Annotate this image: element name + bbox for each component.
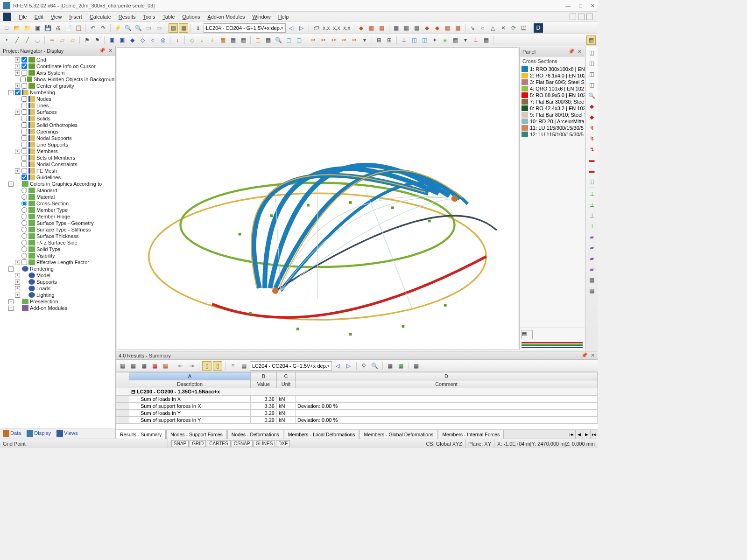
clip4-icon[interactable]: ✂ [339,35,349,45]
clip5-icon[interactable]: ✂ [350,35,359,45]
clip-icon[interactable]: ✂ [309,35,318,45]
tree-preselection[interactable]: +Preselection [0,298,115,305]
tree-show-hidden-objects-in-backgroun[interactable]: Show Hidden Objects in Backgroun [0,76,115,83]
rt-calc-icon[interactable]: ▦ [412,361,421,371]
tree-material[interactable]: Material [0,194,115,200]
model-data3-icon[interactable]: ▦ [377,23,387,33]
tool-d-icon[interactable]: ▦ [453,23,463,33]
toggle-xxx-icon[interactable]: x,x [322,23,331,33]
tree-model[interactable]: +Model [0,272,115,279]
nav-tab-display[interactable]: Display [27,430,51,437]
grid2-icon[interactable]: ▦ [402,23,411,33]
tab-nav-arrow[interactable]: ◀ [575,430,583,439]
cross-section-item[interactable]: 9: Flat Bar 80/10; Steel S [520,112,585,118]
toggle-nav-icon[interactable]: ▤ [169,23,178,33]
info-icon[interactable]: ℹ [193,23,203,33]
tool-a-icon[interactable]: ◆ [423,23,432,33]
col-comment[interactable]: Comment [296,380,598,388]
grid-icon[interactable]: ▦ [392,23,401,33]
menu-options[interactable]: Options [178,13,204,21]
tree-nodes[interactable]: Nodes [0,96,115,102]
pan-icon[interactable]: ▭ [154,23,163,33]
vt-f-icon[interactable]: ▬ [587,155,597,165]
cross-section-item[interactable]: 11: LU 115/300/15/30/5 [520,125,585,131]
col-A[interactable]: A [129,372,251,380]
tool-i-icon[interactable]: ⊥ [471,35,480,45]
cube2-icon[interactable]: ◫ [420,35,429,45]
support4-icon[interactable]: ◇ [138,35,147,45]
refresh-icon[interactable]: ⟳ [509,23,518,33]
toggle-xxx3-icon[interactable]: x,x [342,23,352,33]
col-B[interactable]: B [251,372,277,380]
vt-k-icon[interactable]: ⊥ [587,211,597,220]
tree-effective-length-factor[interactable]: +Effective Length Factor [0,259,115,266]
nav-tab-views[interactable]: Views [56,430,78,437]
spring2-icon[interactable]: ⫰ [208,35,217,45]
member-icon[interactable]: ━ [47,35,56,45]
vt-j-icon[interactable]: ⊥ [587,200,597,210]
node-icon[interactable]: • [2,35,11,45]
scale-icon[interactable]: ✕ [499,23,508,33]
close-panel-icon[interactable]: ✕ [108,48,113,54]
tree-surface-type-stiffness[interactable]: Surface Type - Stiffness [0,226,115,233]
cross-section-item[interactable]: 1: RRO 300x100x8 | EN [520,66,585,72]
spring3-icon[interactable]: ▦ [218,35,227,45]
cross-section-item[interactable]: 12: LU 115/100/15/30/5 [520,131,585,138]
vt-a-icon[interactable]: ◆ [587,102,597,111]
rt-j-icon[interactable]: ▦ [386,361,395,371]
close-doc-icon[interactable]: ▣ [33,23,42,33]
tree-cross-section[interactable]: Cross-Section [0,200,115,207]
vt-g-icon[interactable]: ▬ [587,166,597,175]
next-lc-icon[interactable]: ▷ [297,23,306,33]
mdi-restore-button[interactable] [578,14,585,20]
rt-filter-icon[interactable]: ⚲ [359,361,369,371]
cross-section-item[interactable]: 4: QRO 100x6 | EN 1021 [520,85,585,92]
navigator-tree[interactable]: +Grid+Coordinate Info on Cursor+Axis Sys… [0,56,115,428]
rt-c-icon[interactable]: ▦ [139,361,148,371]
menu-tools[interactable]: Tools [139,13,159,21]
surface2-icon[interactable]: ▱ [68,35,77,45]
rt-prev-lc-icon[interactable]: ◁ [333,361,343,371]
tree-numbering[interactable]: -Numbering [0,89,115,96]
tree-colors-in-graphics-according-to[interactable]: -Colors in Graphics According to [0,181,115,187]
zoom-all-icon[interactable]: ▭ [144,23,153,33]
box-icon[interactable]: ▢ [284,35,293,45]
view2-icon[interactable]: ⊞ [385,35,394,45]
nav-tab-data[interactable]: Data [3,430,21,437]
pin-icon[interactable]: 📌 [581,352,588,358]
box2-icon[interactable]: ▢ [294,35,303,45]
help-icon[interactable]: 🕮 [519,23,529,33]
rt-h-icon[interactable]: ≡ [228,361,238,371]
vt-front-icon[interactable]: ◫ [587,70,597,79]
maximize-button[interactable]: □ [579,3,582,9]
tab-nav-arrow[interactable]: ⏭ [590,430,598,439]
support2-icon[interactable]: ▣ [117,35,127,45]
snap-snap[interactable]: SNAP [171,440,189,447]
tree-coordinate-info-on-cursor[interactable]: +Coordinate Info on Cursor [0,63,115,70]
tab-nav-arrow[interactable]: ⏮ [568,430,575,439]
rt-e-icon[interactable]: ▦ [161,361,170,371]
polyline-icon[interactable]: ╱ [22,35,32,45]
tree-nodal-supports[interactable]: Nodal Supports [0,135,115,141]
mdi-close-button[interactable] [586,14,593,20]
circle-tool-icon[interactable]: ○ [478,23,487,33]
col-unit[interactable]: Unit [277,380,296,388]
measure-icon[interactable]: ↘ [468,23,477,33]
tree-openings[interactable]: Openings [0,128,115,135]
tree-supports[interactable]: +Supports [0,279,115,285]
zoom3-icon[interactable]: 🔍 [274,35,283,45]
tree-solid-orthotropies[interactable]: Solid Orthotropies [0,122,115,128]
cross-section-item[interactable]: 7: Flat Bar 300/30; Steel [520,98,585,105]
open-folder-icon[interactable]: 📂 [12,23,21,33]
hinge-icon[interactable]: ◇ [187,35,197,45]
tool-j-icon[interactable]: ▦ [481,35,491,45]
cross-section-item[interactable]: 2: RO 76.1x4.0 | EN 102 [520,72,585,79]
snap-osnap[interactable]: OSNAP [232,440,253,447]
flag2-icon[interactable]: ⚑ [92,35,102,45]
tree-member-type[interactable]: Member Type [0,207,115,213]
save-icon[interactable]: 💾 [43,23,52,33]
col-description[interactable]: Description [129,380,251,388]
results-tab-0[interactable]: Results - Summary [116,430,166,439]
cross-section-item[interactable]: 8: RO 42.4x3.2 | EN 102 [520,105,585,112]
table-row[interactable]: Sum of support forces in Y0.29kNDeviatio… [116,417,598,424]
